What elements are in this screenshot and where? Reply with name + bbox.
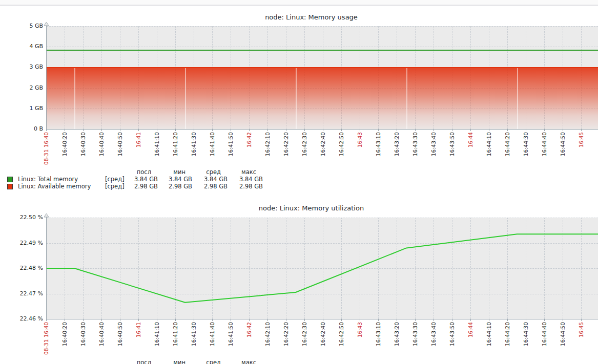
x-axis-label: 16:40:50 (117, 322, 123, 363)
gridline-horizontal (47, 47, 598, 47)
x-axis-tick (581, 319, 582, 321)
x-axis-label: 16:41 (135, 132, 142, 173)
legend-aggregation: [сред] (104, 183, 127, 190)
y-axis-label: 22.48 % (7, 265, 43, 271)
x-axis-tick (157, 319, 157, 321)
x-axis-label: 16:42:30 (301, 322, 308, 363)
x-axis-label: 16:42:10 (264, 132, 271, 173)
x-axis-label: 16:44:50 (560, 322, 566, 363)
legend-stat-value: 3.84 GB (228, 176, 263, 183)
x-axis-tick (157, 130, 157, 131)
x-axis-label: 16:44:50 (560, 132, 566, 173)
x-axis (46, 129, 598, 130)
x-axis-tick (286, 319, 286, 321)
legend-stat-value: 3.84 GB (192, 176, 228, 183)
chart-title-memory-utilization: node: Linux: Memory utilization (0, 204, 598, 212)
x-axis-label: 16:44:40 (541, 132, 548, 173)
x-axis-label: 16:40:20 (61, 322, 68, 363)
legend-header-row: послминсредмакс (7, 169, 263, 176)
legend-header: сред (192, 169, 228, 176)
x-axis-label: 16:42:30 (301, 132, 308, 173)
x-axis-label: 16:42:40 (320, 322, 326, 363)
x-axis-tick (507, 319, 508, 321)
legend-header-spacer (7, 169, 16, 176)
x-axis-tick (249, 319, 250, 321)
y-axis-label: 22.50 % (7, 214, 43, 221)
x-axis-label: 16:43 (357, 322, 363, 363)
x-axis-tick (194, 319, 194, 321)
x-axis-tick (138, 319, 139, 321)
legend-series-name: Linux: Total memory (16, 176, 104, 183)
x-axis-label: 16:42:50 (338, 322, 345, 363)
x-axis-label: 16:41:50 (228, 322, 234, 363)
memory-utilization-line (47, 234, 598, 303)
x-axis-label: 16:43:10 (375, 132, 382, 173)
x-axis-tick (65, 130, 65, 131)
chart-title-memory-usage: node: Linux: Memory usage (0, 13, 598, 21)
x-axis-label: 16:40:30 (80, 132, 87, 173)
x-axis-label: 16:44:20 (504, 132, 511, 173)
legend-header: мин (158, 359, 192, 364)
x-axis-tick (470, 319, 471, 321)
x-axis-label: 16:44 (467, 132, 474, 173)
x-axis-label: 16:41:20 (172, 322, 179, 363)
x-axis-tick (563, 130, 563, 131)
x-axis-tick (452, 130, 452, 131)
x-axis-tick (415, 130, 416, 131)
x-axis-tick (526, 130, 526, 131)
legend-header: макс (228, 359, 263, 364)
y-axis (46, 214, 47, 319)
legend-color-swatch (7, 184, 13, 189)
x-axis-tick (194, 130, 194, 131)
legend-stat-value: 3.84 GB (158, 176, 192, 183)
series-segment-seam (74, 68, 75, 129)
legend-header-spacer (16, 359, 104, 364)
x-axis-tick (286, 130, 286, 131)
x-axis-label: 16:40:30 (80, 322, 87, 363)
x-axis-label: 16:42:50 (338, 132, 345, 173)
x-axis-tick (267, 319, 268, 321)
x-axis-tick (581, 130, 582, 131)
series-available-memory-line (47, 67, 598, 68)
x-axis-label: 16:44:30 (523, 132, 529, 173)
x-axis-label: 16:42:20 (283, 132, 290, 173)
x-axis-label: 16:42 (246, 132, 253, 173)
x-axis-label: 16:44:10 (486, 322, 492, 363)
x-axis-label: 16:43:40 (430, 322, 437, 363)
x-axis-tick (341, 319, 342, 321)
x-axis-tick (544, 130, 545, 131)
x-axis-tick (323, 130, 323, 131)
series-total-memory-line (47, 50, 598, 51)
x-axis-label: 16:43 (357, 132, 363, 173)
x-axis-label: 16:41:40 (209, 322, 216, 363)
y-axis-label: 22.49 % (7, 240, 43, 246)
gridline-horizontal (47, 26, 598, 27)
y-axis-arrow-icon (44, 210, 49, 215)
x-axis-tick (304, 130, 305, 131)
legend-header-spacer (16, 169, 104, 176)
x-axis-tick (175, 130, 176, 131)
legend-header: посл (127, 359, 158, 364)
legend-header: мин (158, 169, 192, 176)
plot-area-memory-usage[interactable] (47, 26, 598, 129)
x-axis-tick (249, 130, 250, 131)
legend-header: сред (192, 359, 228, 364)
x-axis-tick (544, 319, 545, 321)
x-axis-tick (397, 130, 397, 131)
y-axis (46, 23, 47, 130)
x-axis-label: 16:41 (135, 322, 142, 363)
y-axis-label: 5 GB (7, 23, 43, 29)
x-axis-tick (507, 130, 508, 131)
legend-header-spacer (104, 169, 127, 176)
x-axis-label: 16:42:20 (283, 322, 290, 363)
legend-header-row: послминсредмакс (7, 359, 263, 364)
x-axis-tick (212, 319, 213, 321)
x-axis-label: 16:43:30 (412, 132, 419, 173)
y-axis-arrow-icon (44, 18, 49, 23)
x-axis-tick (563, 319, 563, 321)
x-axis-label: 16:45 (578, 322, 585, 363)
x-axis-tick (397, 319, 397, 321)
x-axis-label: 16:40:40 (98, 322, 105, 363)
x-axis-label: 16:44:20 (504, 322, 511, 363)
y-axis-label: 1 GB (7, 105, 43, 112)
